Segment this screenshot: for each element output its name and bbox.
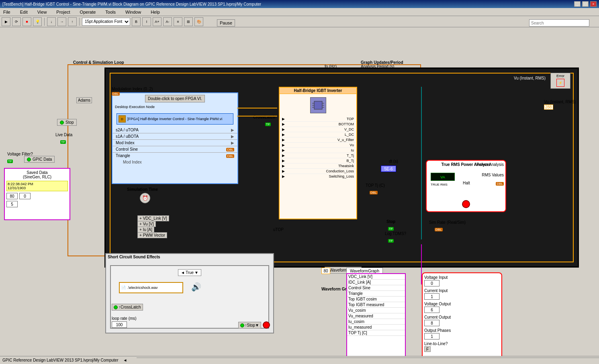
error-block: Error ⚡ bbox=[550, 73, 570, 89]
step-over-btn[interactable]: → bbox=[57, 17, 66, 26]
wl-4[interactable]: Top IGBT cosim bbox=[347, 297, 405, 302]
dt-value[interactable]: 5E-6 bbox=[381, 166, 396, 172]
crosslatch-btn-sc[interactable]: ↑CrossLatch bbox=[112, 304, 143, 311]
status-path: GPIC Reference Design LabVIEW 2013 SP1.l… bbox=[2, 358, 118, 362]
menu-view[interactable]: View bbox=[36, 9, 49, 15]
menu-window[interactable]: Window bbox=[124, 9, 143, 15]
wl-5[interactable]: Top IGBT measured bbox=[347, 302, 405, 308]
step-into-btn[interactable]: ↓ bbox=[47, 17, 56, 26]
menu-tools[interactable]: Tools bbox=[104, 9, 117, 15]
wl-8[interactable]: Iu_cosim bbox=[347, 319, 405, 325]
search-input[interactable] bbox=[529, 19, 589, 27]
mod-index-dbl: DBL bbox=[112, 91, 120, 96]
maximize-btn[interactable]: □ bbox=[582, 1, 589, 7]
wl-7[interactable]: Vu_measured bbox=[347, 313, 405, 319]
step-out-btn[interactable]: ↑ bbox=[68, 17, 77, 26]
vu-btn[interactable]: + Vu [V] bbox=[137, 221, 156, 227]
volt-input-val[interactable] bbox=[424, 280, 440, 286]
close-btn[interactable]: × bbox=[590, 1, 597, 7]
input-triangle: Triangle bbox=[116, 153, 130, 158]
abort-btn[interactable]: ■ bbox=[22, 17, 31, 26]
top-tj-dbl: DBL bbox=[370, 190, 378, 194]
saved-data-label: Saved Data (SineGen, RLC) bbox=[6, 170, 68, 179]
cl-label: ↑CrossLatch bbox=[119, 305, 141, 309]
align-btn[interactable]: ≡ bbox=[174, 17, 182, 26]
fpga-double-click: Double-click to open FPGA VI. bbox=[145, 95, 205, 102]
halt-circle[interactable] bbox=[462, 200, 470, 208]
menu-edit[interactable]: Edit bbox=[18, 9, 29, 15]
main-content: Control & Simulation Loop fo (Hz) 60 Gra… bbox=[0, 27, 599, 356]
fpga-io-rows: s2A / uTOPA ▶ s1A / uBOTA ▶ Mod Index ▶ … bbox=[112, 127, 237, 159]
sc-true-selector[interactable]: ◄ True ▼ bbox=[178, 269, 201, 276]
out-cond: Conduction_Loss bbox=[326, 169, 354, 173]
ic-icon bbox=[310, 97, 326, 113]
wl-6[interactable]: Vu_cosim bbox=[347, 308, 405, 313]
stop-btn-tl[interactable]: Stop bbox=[57, 119, 77, 126]
dist-btn[interactable]: ⊞ bbox=[184, 17, 193, 26]
live-data-label: Live Data bbox=[55, 133, 72, 137]
num-input-2[interactable] bbox=[6, 201, 18, 207]
log-tdms-tf: TF bbox=[388, 238, 394, 243]
waveform-list[interactable]: VDC_Link [V] IDC_Link [A] Control Sine T… bbox=[346, 273, 406, 356]
mod-index-fpga-label: Mod Index bbox=[123, 160, 142, 164]
line-to-line-label: Line-to-Line? bbox=[424, 341, 500, 346]
out-top: TOP bbox=[347, 117, 354, 121]
toolbar: ▶ ⟳ ■ 💡 ↓ → ↑ 15pt Application Font B I … bbox=[0, 16, 599, 27]
italic-btn[interactable]: I bbox=[142, 17, 151, 26]
wl-2[interactable]: Control Sine bbox=[347, 285, 405, 291]
pause-button[interactable]: Pause bbox=[217, 19, 235, 27]
line-to-line-val[interactable]: F bbox=[424, 346, 431, 352]
input-control-sine: Control Sine bbox=[116, 147, 138, 151]
stop-circle-sc[interactable] bbox=[263, 321, 270, 329]
sep1 bbox=[44, 18, 45, 26]
h-scrollbar[interactable] bbox=[137, 358, 599, 364]
gpic-data-label: GPIC Data bbox=[33, 157, 52, 162]
volt-output-label: Voltage Output bbox=[424, 301, 500, 307]
sim-rate-label: Sim Rate (Real/Sim) bbox=[429, 220, 466, 225]
iu-btn[interactable]: + Iu [A] bbox=[137, 227, 154, 233]
bold-btn[interactable]: B bbox=[132, 17, 141, 26]
size-up-btn[interactable]: A+ bbox=[153, 17, 162, 26]
title-bar-controls[interactable]: _ □ × bbox=[574, 1, 597, 7]
menu-operate[interactable]: Operate bbox=[78, 9, 98, 15]
run-btn[interactable]: ▶ bbox=[2, 17, 10, 26]
stop-label-sc: ↑Stop▼ bbox=[245, 323, 259, 327]
volt-output-val[interactable] bbox=[424, 307, 440, 313]
loop-rate-input[interactable] bbox=[112, 321, 127, 328]
wl-1[interactable]: IDC_Link [A] bbox=[347, 280, 405, 285]
color-btn[interactable]: 🎨 bbox=[194, 17, 203, 26]
font-selector[interactable]: 15pt Application Font bbox=[82, 18, 130, 26]
halt-label: Halt bbox=[463, 181, 470, 185]
highlight-btn[interactable]: 💡 bbox=[33, 17, 42, 26]
wl-0[interactable]: VDC_Link [V] bbox=[347, 274, 405, 280]
wl-3[interactable]: Triangle bbox=[347, 291, 405, 297]
true-rms-badge: TRUE RMS bbox=[431, 183, 448, 186]
wl-9[interactable]: Iu_measured bbox=[347, 325, 405, 330]
half-bridge-block: Half-Bridge IGBT Inverter ▶TOP ▶BOTTOM bbox=[279, 87, 357, 219]
menu-file[interactable]: File bbox=[2, 9, 12, 15]
pwm-vector-btn[interactable]: + PWM Vector bbox=[137, 232, 167, 238]
val-80[interactable]: 80 bbox=[321, 268, 330, 274]
menu-bar: File Edit View Project Operate Tools Win… bbox=[0, 8, 599, 16]
menu-help[interactable]: Help bbox=[149, 9, 162, 15]
output-phases-val[interactable] bbox=[424, 333, 440, 339]
right-panel: Voltage Input Current Input Voltage Outp… bbox=[422, 272, 502, 356]
size-dn-btn[interactable]: A- bbox=[163, 17, 172, 26]
stop-btn-sc[interactable]: ↑Stop▼ bbox=[238, 322, 261, 329]
live-data-tf: TF bbox=[60, 139, 66, 144]
curr-output-label: Current Output bbox=[424, 315, 500, 320]
wl-10[interactable]: TOP Tj [C] bbox=[347, 330, 405, 336]
half-bridge-label: Half-Bridge IGBT Inverter bbox=[280, 88, 356, 94]
num-input-0[interactable] bbox=[6, 193, 18, 199]
curr-input-val[interactable] bbox=[424, 293, 440, 300]
vdc-link-btn[interactable]: + VDC_Link [V] bbox=[137, 215, 169, 221]
minimize-btn[interactable]: _ bbox=[574, 1, 581, 7]
menu-project[interactable]: Project bbox=[55, 9, 72, 15]
curr-output-val[interactable] bbox=[424, 320, 440, 326]
run-cont-btn[interactable]: ⟳ bbox=[12, 17, 21, 26]
sc-true-label: True bbox=[186, 270, 194, 275]
scroll-indicator[interactable]: ◄ bbox=[123, 358, 127, 362]
num-input-1[interactable] bbox=[19, 193, 31, 199]
gpic-data-btn[interactable]: GPIC Data bbox=[24, 156, 55, 163]
dbl-badge-rms: DBL bbox=[496, 181, 504, 186]
